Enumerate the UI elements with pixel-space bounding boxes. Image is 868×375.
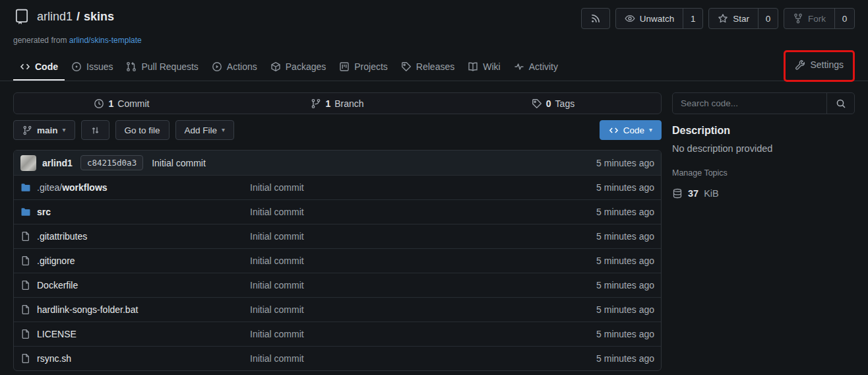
file-row[interactable]: rsync.sh Initial commit 5 minutes ago	[14, 346, 661, 370]
database-icon	[672, 188, 683, 199]
tab-pull-requests[interactable]: Pull Requests	[119, 55, 204, 81]
file-name-link[interactable]: Dockerfile	[37, 280, 78, 290]
folder-icon	[20, 207, 31, 217]
row-time: 5 minutes ago	[596, 231, 654, 242]
tab-projects[interactable]: Projects	[332, 55, 394, 81]
code-search-box	[672, 92, 855, 114]
repo-tabnav: Code Issues Pull Requests Actions Packag…	[0, 54, 868, 81]
repo-owner-link[interactable]: arlind1	[37, 10, 73, 24]
code-icon	[20, 61, 30, 72]
file-table: arlind1 c84215d0a3 Initial commit 5 minu…	[13, 150, 662, 371]
file-rows: .gitea/workflows Initial commit 5 minute…	[14, 175, 661, 370]
file-icon	[20, 231, 31, 242]
row-commit-message-link[interactable]: Initial commit	[250, 182, 304, 193]
file-row[interactable]: .gitignore Initial commit 5 minutes ago	[14, 248, 661, 273]
file-row[interactable]: hardlink-songs-folder.bat Initial commit…	[14, 297, 661, 322]
star-button-group: Star 0	[708, 8, 778, 29]
file-row[interactable]: .gitea/workflows Initial commit 5 minute…	[14, 175, 661, 199]
file-row[interactable]: .gitattributes Initial commit 5 minutes …	[14, 224, 661, 248]
caret-down-icon: ▾	[222, 127, 225, 133]
search-icon	[836, 98, 846, 109]
commit-author-link[interactable]: arlind1	[42, 158, 73, 168]
tab-releases[interactable]: Releases	[394, 55, 461, 81]
file-name-link[interactable]: hardlink-songs-folder.bat	[37, 304, 138, 315]
page-title: arlind1 / skins	[37, 10, 114, 24]
file-name-link[interactable]: LICENSE	[37, 329, 77, 339]
star-count[interactable]: 0	[758, 9, 778, 28]
tab-activity[interactable]: Activity	[507, 55, 565, 81]
search-input[interactable]	[673, 93, 826, 114]
row-commit-message-link[interactable]: Initial commit	[250, 329, 304, 339]
row-commit-message-link[interactable]: Initial commit	[250, 280, 304, 290]
commit-time: 5 minutes ago	[596, 158, 654, 168]
description-heading: Description	[672, 125, 855, 137]
rss-button[interactable]	[581, 8, 610, 29]
branches-stat[interactable]: 1Branch	[230, 93, 445, 114]
folder-icon	[20, 182, 31, 193]
tab-settings[interactable]: Settings	[788, 53, 850, 79]
caret-down-icon: ▾	[649, 127, 652, 133]
fork-count[interactable]: 0	[834, 9, 854, 28]
tab-issues[interactable]: Issues	[65, 55, 119, 81]
commits-stat[interactable]: 1Commit	[14, 93, 230, 114]
fork-icon	[793, 13, 803, 24]
branch-toolbar: main ▾ Go to file Add File ▾ Code ▾	[13, 120, 662, 140]
rss-icon	[582, 9, 609, 28]
go-to-file-button[interactable]: Go to file	[115, 120, 170, 140]
tab-code[interactable]: Code	[13, 55, 65, 81]
caret-down-icon: ▾	[63, 127, 66, 133]
file-name-link[interactable]: src	[37, 207, 51, 217]
star-button[interactable]: Star	[709, 9, 758, 28]
compare-icon	[90, 125, 100, 135]
size-unit: KiB	[704, 188, 719, 199]
manage-topics-link[interactable]: Manage Topics	[672, 168, 728, 178]
book-icon	[468, 61, 478, 72]
file-icon	[20, 329, 31, 339]
row-time: 5 minutes ago	[596, 207, 654, 217]
row-time: 5 minutes ago	[596, 304, 654, 315]
code-icon	[609, 125, 619, 135]
file-row[interactable]: LICENSE Initial commit 5 minutes ago	[14, 322, 661, 346]
commit-message-link[interactable]: Initial commit	[152, 158, 206, 168]
add-file-button[interactable]: Add File ▾	[175, 120, 235, 140]
branch-icon	[311, 98, 321, 109]
pull-request-icon	[126, 61, 137, 72]
file-row[interactable]: Dockerfile Initial commit 5 minutes ago	[14, 273, 661, 297]
file-icon	[20, 256, 31, 266]
branch-selector[interactable]: main ▾	[13, 120, 75, 140]
tags-stat[interactable]: 0Tags	[445, 93, 661, 114]
file-name-link[interactable]: .gitignore	[37, 256, 75, 266]
repo-sidebar: Description No description provided Mana…	[672, 92, 855, 371]
template-repo-icon	[13, 8, 30, 25]
code-download-button[interactable]: Code ▾	[600, 120, 662, 140]
watch-count[interactable]: 1	[683, 9, 702, 28]
compare-button[interactable]	[81, 120, 109, 140]
commit-hash-badge[interactable]: c84215d0a3	[80, 155, 143, 170]
search-button[interactable]	[826, 93, 854, 114]
tab-packages[interactable]: Packages	[264, 55, 332, 81]
repo-header: arlind1 / skins	[0, 0, 868, 45]
settings-highlight-annotation: Settings	[784, 50, 855, 82]
avatar[interactable]	[20, 155, 36, 171]
template-repo-link[interactable]: arlind/skins-template	[69, 36, 142, 45]
tab-actions[interactable]: Actions	[205, 55, 264, 81]
unwatch-button[interactable]: Unwatch	[616, 9, 683, 28]
fork-button[interactable]: Fork	[784, 9, 834, 28]
fork-button-group: Fork 0	[784, 8, 855, 29]
title-separator: /	[77, 10, 80, 24]
file-name-link[interactable]: .gitea/workflows	[37, 182, 108, 193]
tab-wiki[interactable]: Wiki	[461, 55, 507, 81]
row-commit-message-link[interactable]: Initial commit	[250, 231, 304, 242]
repo-size: 37 KiB	[672, 188, 855, 199]
file-row[interactable]: src Initial commit 5 minutes ago	[14, 199, 661, 224]
size-value: 37	[688, 188, 698, 199]
row-commit-message-link[interactable]: Initial commit	[250, 353, 304, 364]
pulse-icon	[514, 61, 524, 72]
row-commit-message-link[interactable]: Initial commit	[250, 207, 304, 217]
row-time: 5 minutes ago	[596, 256, 654, 266]
row-commit-message-link[interactable]: Initial commit	[250, 304, 304, 315]
file-name-link[interactable]: .gitattributes	[37, 231, 87, 242]
file-name-link[interactable]: rsync.sh	[37, 353, 71, 364]
repo-name-link[interactable]: skins	[84, 10, 114, 24]
row-commit-message-link[interactable]: Initial commit	[250, 256, 304, 266]
